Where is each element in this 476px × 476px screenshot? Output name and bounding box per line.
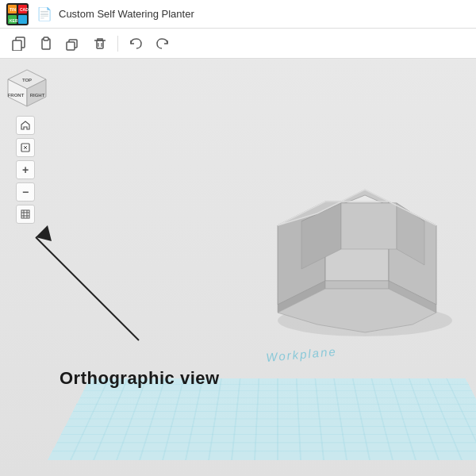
zoom-fit-button[interactable] bbox=[16, 138, 35, 157]
svg-text:TOP: TOP bbox=[22, 78, 32, 83]
ortho-view-label: Orthographic view bbox=[60, 368, 220, 389]
svg-rect-13 bbox=[67, 42, 75, 50]
viewport[interactable]: TOP FRONT RIGHT + bbox=[0, 59, 476, 476]
toolbar-separator-1 bbox=[117, 36, 118, 52]
svg-text:TIN: TIN bbox=[10, 7, 16, 12]
svg-rect-30 bbox=[21, 210, 29, 218]
delete-button[interactable] bbox=[89, 33, 111, 55]
tinkercad-logo-icon: TIN KER CAD bbox=[6, 3, 29, 25]
svg-text:RIGHT: RIGHT bbox=[30, 93, 45, 98]
home-view-button[interactable] bbox=[16, 116, 35, 135]
zoom-in-icon: + bbox=[22, 163, 29, 176]
svg-line-75 bbox=[36, 237, 139, 340]
zoom-in-button[interactable]: + bbox=[16, 160, 35, 179]
duplicate-button[interactable] bbox=[62, 33, 84, 55]
redo-button[interactable] bbox=[152, 33, 174, 55]
orientation-cube[interactable]: TOP FRONT RIGHT bbox=[5, 67, 46, 108]
undo-button[interactable] bbox=[125, 33, 147, 55]
zoom-out-button[interactable]: − bbox=[16, 182, 35, 202]
left-sidebar: TOP FRONT RIGHT + bbox=[5, 67, 46, 224]
svg-marker-71 bbox=[325, 281, 389, 289]
svg-text:KER: KER bbox=[10, 18, 18, 23]
svg-rect-11 bbox=[44, 37, 48, 40]
svg-marker-68 bbox=[341, 203, 397, 249]
paste-button[interactable] bbox=[35, 33, 57, 55]
copy-button[interactable] bbox=[8, 33, 30, 55]
topbar: TIN KER CAD 📄 Custom Self Watering Plant… bbox=[0, 0, 476, 29]
svg-rect-14 bbox=[97, 40, 103, 48]
svg-rect-9 bbox=[13, 40, 21, 51]
svg-rect-4 bbox=[18, 15, 27, 24]
zoom-out-icon: − bbox=[22, 186, 29, 198]
toolbar bbox=[0, 29, 476, 59]
svg-text:FRONT: FRONT bbox=[8, 93, 25, 98]
file-icon: 📄 bbox=[36, 6, 52, 21]
planter-3d-model bbox=[230, 75, 468, 360]
grid-button[interactable] bbox=[16, 205, 35, 224]
project-title: Custom Self Watering Planter bbox=[59, 8, 194, 20]
workplane-grid bbox=[48, 378, 476, 460]
svg-text:CAD: CAD bbox=[20, 7, 29, 12]
